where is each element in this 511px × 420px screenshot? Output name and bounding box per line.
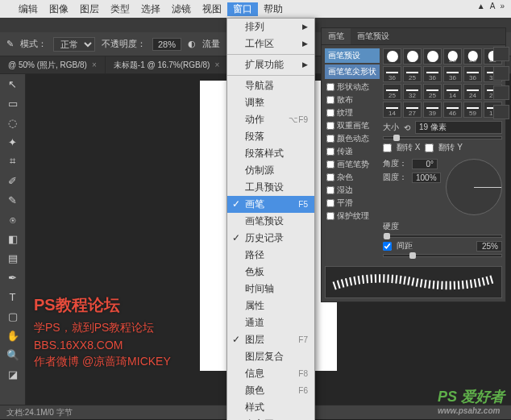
brush-option[interactable]: 湿边 [325,184,380,197]
eyedropper-tool-icon[interactable]: ✐ [0,171,25,190]
menu-item[interactable]: 通道 [227,314,314,331]
brush-tip-shape-header[interactable]: 画笔笔尖形状 [325,64,380,79]
opacity-value[interactable]: 28% [152,38,181,51]
brush-option[interactable]: 平滑 [325,197,380,210]
menu-item[interactable]: 属性 [227,297,314,314]
pen-tool-icon[interactable]: ✒ [0,268,25,287]
brush-tip[interactable]: 25 [383,84,401,100]
brush-tip[interactable]: 25 [443,48,462,64]
shape-tool-icon[interactable]: ▢ [0,306,25,326]
spacing-value[interactable]: 25% [476,241,502,252]
menu-item[interactable]: ✓画笔F5 [227,196,314,213]
flipy-checkbox[interactable] [425,143,434,152]
menu-item[interactable]: 工具预设 [227,179,314,196]
pressure-opacity-icon[interactable]: ◐ [188,39,196,49]
brush-option[interactable]: 散布 [325,94,380,106]
menu-item[interactable]: 段落 [227,128,314,145]
brush-tip[interactable]: 36 [423,66,442,82]
menu-item[interactable]: 排列▶ [227,19,314,35]
brush-option[interactable]: 颜色动态 [325,132,380,145]
menu-item[interactable]: 导航器 [227,77,314,94]
tab-brush[interactable]: 画笔 [322,28,351,44]
eraser-tool-icon[interactable]: ◧ [0,229,25,248]
brush-tip[interactable]: 32 [403,84,422,100]
document-tab[interactable]: 未标题-1 @ 16.7%(RGB/8) × [106,56,228,73]
brush-tip[interactable]: 36 [463,66,482,82]
menu-item[interactable]: 颜色F6 [227,382,314,399]
menu-view[interactable]: 视图 [197,2,227,16]
document-tab[interactable]: @ 50% (照片, RGB/8) × [0,56,106,73]
brush-tip[interactable]: 36 [383,66,401,82]
brush-tip[interactable]: 25 [403,66,422,82]
lasso-tool-icon[interactable]: ◌ [0,113,25,132]
gradient-tool-icon[interactable]: ▤ [0,248,25,268]
wand-tool-icon[interactable]: ✦ [0,132,25,152]
brush-presets-header[interactable]: 画笔预设 [325,48,380,63]
text-tool-icon[interactable]: T [0,287,25,306]
menu-image[interactable]: 图像 [44,2,74,16]
menu-item[interactable]: 信息F8 [227,365,314,382]
flipx-checkbox[interactable] [383,143,392,152]
menu-item[interactable]: 画笔预设 [227,213,314,230]
menu-item[interactable]: 动作⌥F9 [227,111,314,128]
menu-type[interactable]: 类型 [105,2,135,16]
spacing-checkbox[interactable] [383,242,392,251]
brush-option[interactable]: 保护纹理 [325,210,380,222]
brush-tool-icon[interactable]: ✎ [0,190,25,210]
menu-window[interactable]: 窗口 [227,2,258,16]
move-tool-icon[interactable]: ↖ [0,74,25,94]
menu-item[interactable]: 工作区▶ [227,35,314,52]
menu-item[interactable]: ✓历史记录 [227,230,314,247]
brush-tip[interactable]: 30 [383,48,401,64]
menu-item[interactable]: 色板 [227,264,314,281]
brush-tip[interactable]: 30 [423,48,442,64]
stamp-tool-icon[interactable]: ⍟ [0,210,25,229]
brush-option[interactable]: 杂色 [325,171,380,184]
size-value[interactable]: 19 像素 [415,121,502,134]
brush-tip[interactable]: 25 [463,48,482,64]
menu-item[interactable]: 时间轴 [227,281,314,297]
menu-select[interactable]: 选择 [135,2,166,16]
brush-option[interactable]: 纹理 [325,106,380,119]
brush-tip[interactable]: 24 [463,84,482,100]
panel-icon[interactable] [493,47,509,61]
close-icon[interactable]: × [92,60,97,69]
brush-tip[interactable]: 25 [423,84,442,100]
menu-item[interactable]: ✓图层F7 [227,331,314,348]
brush-option[interactable]: 画笔笔势 [325,158,380,171]
menu-item[interactable]: 路径 [227,247,314,264]
menu-filter[interactable]: 滤镜 [166,2,197,16]
brush-tip[interactable]: 30 [403,48,422,64]
brush-tip[interactable]: 27 [403,102,422,118]
close-icon[interactable]: × [214,60,219,69]
hand-tool-icon[interactable]: ✋ [0,326,25,345]
brush-tip[interactable]: 39 [423,102,442,118]
roundness-value[interactable]: 100% [412,173,441,183]
swatch-icon[interactable]: ◪ [0,364,25,384]
zoom-tool-icon[interactable]: 🔍 [0,345,25,364]
spacing-slider[interactable] [383,254,502,257]
brush-tip[interactable]: 14 [383,102,401,118]
menu-edit[interactable]: 编辑 [13,2,44,16]
menu-item[interactable]: 仿制源 [227,162,314,179]
marquee-tool-icon[interactable]: ▭ [0,94,25,113]
menu-help[interactable]: 帮助 [258,2,289,16]
hardness-slider[interactable] [383,235,502,238]
menu-item[interactable]: 扩展功能▶ [227,56,314,73]
brush-option[interactable]: 双重画笔 [325,119,380,132]
panel-icon[interactable] [493,66,509,81]
crop-tool-icon[interactable]: ⌗ [0,152,25,171]
panel-icon[interactable] [493,105,509,119]
angle-control[interactable] [446,159,502,215]
menu-item[interactable]: 调整 [227,94,314,111]
brush-tip[interactable]: 36 [443,66,462,82]
angle-value[interactable]: 0° [412,159,438,169]
menu-item[interactable]: 段落样式 [227,145,314,162]
brush-tip[interactable]: 14 [443,84,462,100]
flip-icon[interactable]: ⟲ [404,123,410,132]
menu-item[interactable]: 图层复合 [227,348,314,365]
tab-brush-presets[interactable]: 画笔预设 [351,28,396,44]
panel-icon[interactable] [493,85,509,100]
menu-item[interactable]: 样式 [227,399,314,416]
brush-tip[interactable]: 59 [463,102,482,118]
